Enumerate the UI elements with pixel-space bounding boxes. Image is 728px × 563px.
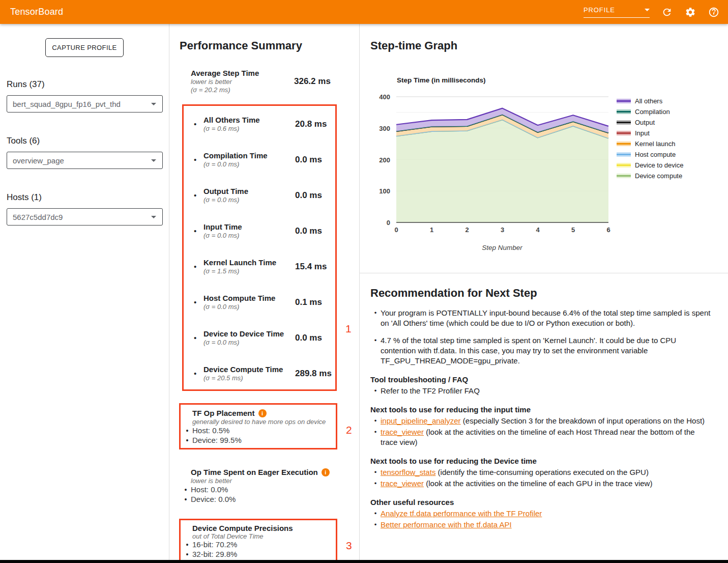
sidebar-select[interactable]: 5627c5dd7dc9 (7, 208, 163, 226)
annotation-box-3: Device Compute Precisions out of Total D… (179, 519, 337, 562)
section-items: •16-bit: 70.2%•32-bit: 29.8% (181, 540, 336, 559)
info-icon[interactable]: i (322, 468, 330, 476)
bullet-icon: • (194, 190, 203, 200)
refresh-icon (661, 7, 673, 18)
bullet-icon: • (370, 416, 381, 426)
reco-link[interactable]: input_pipeline_analyzer (381, 416, 461, 425)
bullet-icon: • (370, 478, 381, 489)
bullet-icon: • (370, 308, 381, 328)
metric-value: 0.0 ms (295, 226, 335, 236)
metric-row: •Output Time(σ = 0.0 ms)0.0 ms (194, 186, 335, 204)
bullet-icon: • (370, 386, 381, 396)
reco-item: •Your program is POTENTIALLY input-bound… (370, 308, 713, 328)
reco-link[interactable]: Analyze tf.data performance with the TF … (381, 509, 542, 518)
legend-label: Host compute (635, 151, 676, 158)
info-icon[interactable]: i (258, 409, 267, 417)
axis-tick-label: 1 (430, 226, 433, 234)
metric-labels: All Others Time(σ = 0.6 ms) (203, 115, 295, 133)
metric-value: 0.1 ms (295, 297, 335, 307)
legend-swatch-icon (617, 131, 631, 135)
reco-item-text: Analyze tf.data performance with the TF … (381, 509, 713, 519)
section-items: •Host: 0.5%•Device: 99.5% (181, 426, 336, 445)
axis-tick-label: 4 (536, 226, 540, 234)
metric-value: 20.8 ms (295, 119, 335, 129)
reco-sections: Tool troubleshooting / FAQ•Refer to the … (370, 375, 713, 530)
axis-tick-label: 400 (379, 93, 390, 101)
reco-item-text: 4.7 % of the total step time sampled is … (381, 335, 713, 366)
refresh-button[interactable] (661, 6, 673, 18)
legend-label: Output (635, 119, 655, 126)
reco-link[interactable]: Better performance with the tf.data API (381, 520, 512, 529)
metric-label: Device to Device Time (203, 329, 295, 339)
reco-section: Next tools to use for reducing the input… (370, 405, 713, 447)
metric-value: 289.8 ms (295, 369, 335, 379)
tensorboard-app: TensorBoard PROFILE CAPTURE PROFILE Runs… (0, 0, 728, 563)
dashboard-select[interactable]: PROFILE (584, 6, 650, 18)
axis-tick-label: 2 (465, 226, 469, 234)
reco-item-segment: (look at the activities on the timeline … (381, 428, 695, 446)
toolbar: TensorBoard PROFILE (0, 0, 728, 24)
list-item-text: Host: 0.0% (191, 485, 228, 495)
capture-profile-button[interactable]: CAPTURE PROFILE (45, 38, 124, 57)
reco-item-segment: Your program is POTENTIALLY input-bound … (381, 308, 710, 327)
toolbar-actions: PROFILE (584, 6, 720, 18)
sidebar-select[interactable]: bert_squad_8gpu_fp16_pvt_thd (7, 95, 163, 112)
metric-value: 0.0 ms (295, 190, 335, 201)
help-button[interactable] (708, 6, 720, 18)
legend-swatch-icon (617, 174, 631, 178)
reco-link[interactable]: tensorflow_stats (381, 468, 435, 476)
metric-label: Input Time (203, 222, 295, 232)
metric-row: •All Others Time(σ = 0.6 ms)20.8 ms (194, 115, 335, 133)
section-title-text: Device Compute Precisions (192, 524, 293, 532)
annotation-number-3: 3 (346, 540, 352, 552)
eager-execution-section: Op Time Spent on Eager Execution i lower… (179, 468, 337, 504)
legend-label: Device to device (635, 161, 683, 169)
annotation-number-1: 1 (345, 323, 352, 335)
bullet-icon: • (182, 550, 192, 559)
reco-item-segment: (look at the activities on the timeline … (424, 479, 652, 488)
reco-item: •trace_viewer (look at the activities on… (370, 478, 713, 489)
list-item: •Host: 0.0% (181, 485, 337, 495)
metric-value: 326.2 ms (294, 76, 359, 87)
list-item-text: 16-bit: 70.2% (192, 540, 237, 550)
legend-line-icon (617, 122, 631, 123)
metric-label: Average Step Time (191, 68, 294, 78)
legend-swatch-icon (617, 142, 631, 146)
reco-link[interactable]: trace_viewer (381, 479, 424, 488)
bullet-icon: • (194, 226, 203, 236)
area-series-device-compute (396, 120, 608, 222)
section-subtitle: lower is better (191, 477, 337, 485)
legend-swatch-icon (617, 120, 631, 125)
metric-label: Kernel Launch Time (203, 258, 295, 267)
bullet-icon: • (194, 297, 203, 307)
bullet-icon: • (370, 427, 381, 447)
right-panel: Step-time Graph Step Time (in millisecon… (360, 24, 728, 563)
sidebar-group-label: Tools (6) (7, 136, 163, 146)
axis-tick-label: 300 (379, 125, 390, 132)
settings-button[interactable] (684, 6, 696, 18)
list-item: •Device: 0.0% (181, 495, 337, 504)
reco-section: Next tools to use for reducing the Devic… (370, 457, 713, 489)
reco-item: •tensorflow_stats (identify the time-con… (370, 467, 713, 477)
legend-line-icon (617, 154, 631, 155)
metric-row: •Compilation Time(σ = 0.0 ms)0.0 ms (194, 151, 335, 168)
reco-item-segment: 4.7 % of the total step time sampled is … (381, 336, 676, 365)
step-time-graph-card: Step-time Graph Step Time (in millisecon… (360, 24, 728, 273)
bullet-icon: • (370, 335, 381, 366)
axis-tick-label: 0 (387, 219, 390, 227)
reco-section-heading: Next tools to use for reducing the input… (370, 405, 713, 414)
metric-labels: Device to Device Time(σ = 0.0 ms) (203, 329, 295, 347)
sidebar-select[interactable]: overview_page (7, 152, 163, 169)
legend-label: Kernel launch (635, 140, 676, 148)
reco-link[interactable]: trace_viewer (381, 428, 424, 436)
sidebar-group-label: Hosts (1) (7, 192, 163, 203)
list-item: •Host: 0.5% (182, 426, 336, 436)
section-title: Op Time Spent on Eager Execution i (191, 468, 337, 477)
reco-section-heading: Other useful resources (370, 498, 713, 506)
reco-item-text: Refer to the TF2 Profiler FAQ (381, 386, 713, 396)
metric-sigma: (σ = 20.2 ms) (191, 86, 294, 94)
axis-tick-label: 6 (606, 226, 610, 234)
axis-tick-label: 100 (379, 187, 390, 195)
metric-sigma: (σ = 20.5 ms) (203, 374, 295, 382)
metric-row: •Kernel Launch Time(σ = 1.5 ms)15.4 ms (194, 258, 335, 275)
